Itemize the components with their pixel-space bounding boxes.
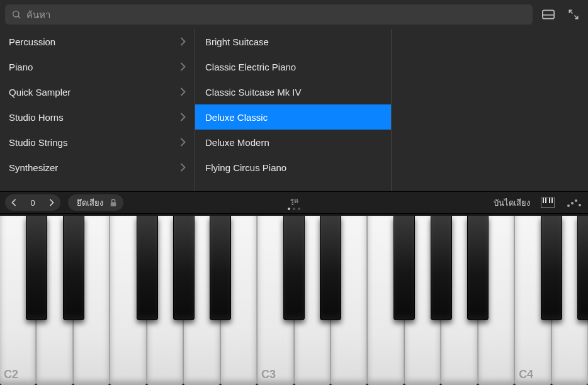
svg-rect-9	[545, 198, 546, 203]
view-toggle-button[interactable]	[539, 5, 558, 24]
octave-value: 0	[23, 198, 43, 208]
category-label: Studio Strings	[9, 137, 67, 148]
page-dots	[288, 208, 300, 210]
black-key[interactable]	[26, 216, 47, 320]
black-key[interactable]	[283, 216, 305, 320]
black-key[interactable]	[320, 216, 341, 320]
chevron-right-icon	[180, 62, 186, 71]
sustain-label: ยึดเสียง	[77, 196, 103, 209]
preset-item[interactable]: Deluxe Modern	[195, 130, 391, 155]
preset-label: Flying Circus Piano	[205, 162, 286, 173]
category-item[interactable]: Synthesizer	[0, 155, 195, 180]
category-list: Percussion Piano Quick Sampler Studio Ho…	[0, 29, 195, 191]
category-label: Synthesizer	[9, 162, 58, 173]
category-label: Percussion	[9, 36, 55, 47]
expand-icon	[568, 9, 579, 20]
chevron-right-icon	[180, 37, 186, 46]
black-key[interactable]	[137, 216, 158, 320]
preset-label: Classic Suitcase Mk IV	[205, 87, 302, 98]
key-label: C2	[4, 368, 18, 381]
keyboard-mode-button[interactable]	[539, 194, 557, 211]
preset-label: Deluxe Classic	[205, 112, 268, 123]
category-label: Quick Sampler	[9, 87, 71, 98]
preset-item[interactable]: Classic Suitcase Mk IV	[195, 79, 391, 104]
black-key[interactable]	[431, 216, 452, 320]
svg-line-4	[569, 10, 572, 13]
svg-rect-11	[551, 198, 553, 203]
black-key[interactable]	[63, 216, 84, 320]
svg-point-14	[575, 199, 577, 202]
svg-rect-8	[543, 198, 544, 203]
search-input[interactable]	[26, 9, 526, 20]
octave-stepper[interactable]: 0	[5, 194, 60, 211]
black-key[interactable]	[173, 216, 195, 320]
category-item[interactable]: Percussion	[0, 29, 195, 54]
octave-up-button[interactable]	[43, 194, 60, 211]
chevron-right-icon	[49, 199, 54, 206]
svg-line-5	[575, 16, 578, 19]
svg-point-12	[567, 204, 570, 207]
black-key[interactable]	[467, 216, 489, 320]
preset-list: Bright Suitcase Classic Electric Piano C…	[195, 29, 392, 191]
panel-icon	[542, 9, 555, 20]
glissando-mode[interactable]: รูด	[288, 195, 300, 210]
category-item[interactable]: Studio Horns	[0, 104, 195, 130]
chevron-left-icon	[11, 199, 16, 206]
svg-rect-10	[549, 198, 550, 203]
black-key[interactable]	[210, 216, 231, 320]
arpeggio-icon	[567, 198, 582, 208]
preset-item[interactable]: Bright Suitcase	[195, 29, 391, 54]
search-icon	[11, 9, 21, 20]
fullscreen-button[interactable]	[564, 5, 583, 24]
octave-down-button[interactable]	[5, 194, 23, 211]
preset-item[interactable]: Flying Circus Piano	[195, 155, 391, 180]
preset-label: Deluxe Modern	[205, 137, 269, 148]
preset-label: Bright Suitcase	[205, 36, 269, 47]
key-label: C4	[519, 368, 533, 381]
svg-rect-6	[111, 202, 116, 206]
lock-icon	[110, 198, 117, 207]
key-label: C3	[261, 368, 276, 381]
preset-label: Classic Electric Piano	[205, 62, 296, 72]
black-key[interactable]	[541, 216, 562, 320]
chevron-right-icon	[180, 113, 186, 121]
category-item[interactable]: Quick Sampler	[0, 79, 195, 104]
top-bar	[0, 0, 588, 29]
black-key[interactable]	[393, 216, 415, 320]
sustain-toggle[interactable]: ยึดเสียง	[68, 194, 123, 211]
svg-line-1	[18, 16, 20, 18]
category-item[interactable]: Piano	[0, 54, 195, 79]
category-label: Piano	[9, 62, 33, 72]
svg-point-15	[579, 204, 581, 206]
category-item[interactable]: Studio Strings	[0, 130, 195, 155]
chevron-right-icon	[180, 87, 186, 96]
search-field-wrap[interactable]	[5, 4, 533, 25]
svg-point-0	[13, 11, 19, 17]
scale-button[interactable]: บันไดเสียง	[494, 196, 530, 209]
preset-item-selected[interactable]: Deluxe Classic	[195, 104, 391, 130]
piano-keyboard[interactable]: C2C3C4	[0, 214, 588, 385]
sound-browser: Percussion Piano Quick Sampler Studio Ho…	[0, 29, 588, 191]
keyboard-icon	[541, 198, 555, 208]
chevron-right-icon	[180, 138, 186, 147]
preset-detail-empty	[392, 29, 588, 191]
glissando-label: รูด	[290, 195, 298, 206]
preset-item[interactable]: Classic Electric Piano	[195, 54, 391, 79]
arpeggiator-mode-button[interactable]	[565, 194, 583, 211]
chevron-right-icon	[180, 163, 186, 172]
black-key[interactable]	[577, 216, 588, 320]
keyboard-control-strip: 0 ยึดเสียง รูด บันไดเสียง	[0, 191, 588, 214]
category-label: Studio Horns	[9, 112, 64, 123]
svg-point-13	[571, 202, 574, 204]
